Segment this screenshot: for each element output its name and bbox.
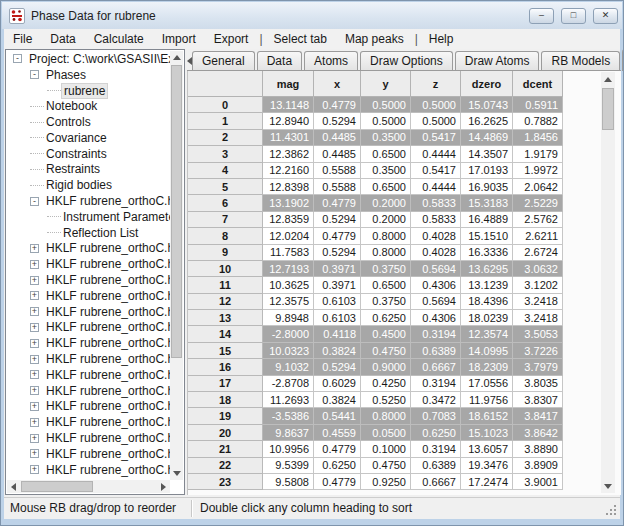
grid-cell[interactable]: 17.0193 (461, 163, 513, 179)
grid-cell[interactable]: 3.7226 (513, 343, 563, 359)
row-header-4[interactable]: 4 (188, 163, 263, 179)
expand-toggle-icon[interactable]: + (30, 386, 39, 395)
row-header-8[interactable]: 8 (188, 228, 263, 244)
grid-cell[interactable]: 14.3507 (461, 146, 513, 162)
minimize-button[interactable]: – (529, 8, 554, 24)
grid-cell[interactable]: -2.8708 (263, 376, 314, 392)
scroll-up-icon[interactable] (170, 51, 183, 64)
grid-cell[interactable]: 16.9035 (461, 179, 513, 195)
grid-cell[interactable]: 0.4779 (314, 474, 361, 490)
grid-cell[interactable]: 0.5911 (513, 97, 563, 113)
grid-cell[interactable]: 0.2000 (361, 195, 411, 211)
row-header-22[interactable]: 22 (188, 458, 263, 474)
row-header-12[interactable]: 12 (188, 294, 263, 310)
expand-toggle-icon[interactable]: + (30, 434, 39, 443)
grid-cell[interactable]: 9.5808 (263, 474, 314, 490)
grid-cell[interactable]: 0.8000 (361, 408, 411, 424)
grid-cell[interactable]: 0.4028 (411, 228, 461, 244)
grid-cell[interactable]: 0.4779 (314, 97, 361, 113)
row-header-21[interactable]: 21 (188, 441, 263, 457)
expand-toggle-icon[interactable]: + (30, 291, 39, 300)
grid-cell[interactable]: 0.4500 (361, 326, 411, 342)
grid-cell[interactable]: 0.5250 (361, 392, 411, 408)
grid-cell[interactable]: 11.2693 (263, 392, 314, 408)
tree-item-reflection-list[interactable]: Reflection List (7, 225, 173, 241)
menu-select-tab[interactable]: Select tab (265, 31, 336, 47)
row-header-20[interactable]: 20 (188, 425, 263, 441)
grid-cell[interactable]: 0.6250 (411, 425, 461, 441)
tab-atoms[interactable]: Atoms (304, 51, 358, 70)
expand-toggle-icon[interactable]: + (30, 260, 39, 269)
row-header-7[interactable]: 7 (188, 212, 263, 228)
grid-cell[interactable]: 0.4444 (411, 146, 461, 162)
grid-cell[interactable]: 11.4301 (263, 130, 314, 146)
grid-cell[interactable]: 3.5053 (513, 326, 563, 342)
tree-item-restraints[interactable]: Restraints (7, 162, 173, 178)
row-header-1[interactable]: 1 (188, 113, 263, 129)
grid-cell[interactable]: 0.3750 (361, 261, 411, 277)
grid-cell[interactable]: 16.2625 (461, 113, 513, 129)
expand-toggle-icon[interactable]: + (30, 465, 39, 474)
grid-cell[interactable]: 18.0239 (461, 310, 513, 326)
grid-cell[interactable]: 0.3971 (314, 277, 361, 293)
grid-cell[interactable]: 0.4750 (361, 458, 411, 474)
grid-cell[interactable]: 0.8000 (361, 245, 411, 261)
grid-cell[interactable]: 2.6724 (513, 245, 563, 261)
tree-item-covariance[interactable]: Covariance (7, 130, 173, 146)
column-header-x[interactable]: x (314, 71, 361, 97)
expand-toggle-icon[interactable]: + (30, 323, 39, 332)
tree-item-rubrene[interactable]: rubrene (7, 83, 173, 99)
collapse-toggle-icon[interactable]: - (30, 197, 39, 206)
column-header-mag[interactable]: mag (263, 71, 314, 97)
tree-hscroll-thumb[interactable] (21, 481, 93, 492)
tree-item-hklf-rubrene-orthoc-hkl[interactable]: +HKLF rubrene_orthoC.hkl (7, 304, 173, 320)
tree-item-rigid-bodies[interactable]: Rigid bodies (7, 177, 173, 193)
grid-cell[interactable]: 19.3476 (461, 458, 513, 474)
tree-item-constraints[interactable]: Constraints (7, 146, 173, 162)
row-header-6[interactable]: 6 (188, 195, 263, 211)
grid-cell[interactable]: 0.1000 (361, 441, 411, 457)
scroll-right-icon[interactable] (157, 480, 170, 493)
grid-cell[interactable]: 0.0500 (361, 425, 411, 441)
grid-cell[interactable]: 0.5000 (411, 113, 461, 129)
grid-cell[interactable]: 17.0556 (461, 376, 513, 392)
scroll-down-icon[interactable] (170, 467, 183, 480)
grid-cell[interactable]: 0.3824 (314, 392, 361, 408)
expand-toggle-icon[interactable]: + (30, 402, 39, 411)
row-header-5[interactable]: 5 (188, 179, 263, 195)
grid-cell[interactable]: 3.8909 (513, 458, 563, 474)
collapse-toggle-icon[interactable]: - (13, 54, 22, 63)
grid-cell[interactable]: 0.4485 (314, 130, 361, 146)
tree-item-hklf-rubrene-orthoc-hkl[interactable]: +HKLF rubrene_orthoC.hkl (7, 335, 173, 351)
tree-item-hklf-rubrene-orthoc-hkl[interactable]: +HKLF rubrene_orthoC.hkl (7, 288, 173, 304)
column-header-z[interactable]: z (411, 71, 461, 97)
grid-cell[interactable]: 0.5294 (314, 359, 361, 375)
tree-horizontal-scrollbar[interactable] (7, 480, 170, 493)
row-header-18[interactable]: 18 (188, 392, 263, 408)
grid-cell[interactable]: 13.6057 (461, 441, 513, 457)
tree-item-project-c-work-gsasii-exar[interactable]: -Project: C:\work\GSASII\Exar (7, 51, 173, 67)
menu-import[interactable]: Import (153, 31, 205, 47)
grid-cell[interactable]: 13.1148 (263, 97, 314, 113)
row-header-0[interactable]: 0 (188, 97, 263, 113)
expand-toggle-icon[interactable]: + (30, 449, 39, 458)
grid-cell[interactable]: 12.8398 (263, 179, 314, 195)
grid-cell[interactable]: 0.5694 (411, 261, 461, 277)
collapse-toggle-icon[interactable]: - (30, 70, 39, 79)
grid-cell[interactable]: 0.3194 (411, 441, 461, 457)
maximize-button[interactable]: □ (561, 8, 586, 24)
grid-cell[interactable]: 0.6250 (361, 310, 411, 326)
grid-cell[interactable]: 13.6295 (461, 261, 513, 277)
column-header-dcent[interactable]: dcent (513, 71, 563, 97)
menu-data[interactable]: Data (41, 31, 84, 47)
row-header-3[interactable]: 3 (188, 146, 263, 162)
grid-cell[interactable]: 11.7583 (263, 245, 314, 261)
grid-cell[interactable]: 0.5000 (411, 97, 461, 113)
row-header-14[interactable]: 14 (188, 326, 263, 342)
grid-cell[interactable]: 18.2309 (461, 359, 513, 375)
grid-cell[interactable]: 2.0642 (513, 179, 563, 195)
grid-cell[interactable]: 0.3824 (314, 343, 361, 359)
row-header-16[interactable]: 16 (188, 359, 263, 375)
grid-cell[interactable]: 13.1239 (461, 277, 513, 293)
grid-cell[interactable]: 0.6250 (314, 458, 361, 474)
